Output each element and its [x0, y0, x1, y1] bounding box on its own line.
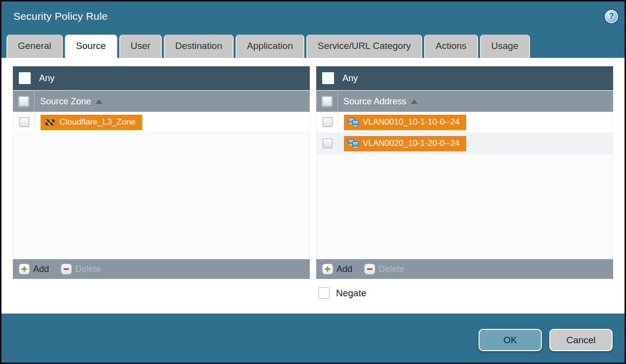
- add-source-zone-button[interactable]: Add: [19, 264, 49, 274]
- page-title: Security Policy Rule: [13, 10, 108, 22]
- source-address-column-header[interactable]: Source Address: [316, 90, 613, 112]
- source-zone-panel: Any Source Zone: [13, 66, 310, 279]
- source-zone-any-label: Any: [39, 73, 54, 84]
- source-zone-any-checkbox[interactable]: [19, 72, 31, 84]
- sort-asc-icon: [96, 99, 102, 104]
- negate-row: Negate: [318, 287, 613, 299]
- source-zone-panel-footer: Add Delete: [13, 259, 310, 279]
- source-address-panel: Any Source Address: [316, 66, 613, 279]
- tab-destination[interactable]: Destination: [164, 35, 234, 58]
- dialog-footer: OK Cancel: [1, 314, 625, 363]
- source-address-select-all-checkbox[interactable]: [322, 96, 332, 106]
- source-address-row-checkbox[interactable]: [323, 117, 333, 127]
- address-icon: [348, 118, 359, 127]
- source-zone-entry[interactable]: Cloudflare_L3_Zone: [41, 115, 142, 130]
- dialog-titlebar: Security Policy Rule ?: [1, 1, 625, 31]
- tab-application[interactable]: Application: [236, 35, 304, 58]
- minus-icon: [364, 264, 375, 274]
- source-zone-list: Cloudflare_L3_Zone: [13, 112, 310, 259]
- source-zone-column-label: Source Zone: [40, 96, 91, 107]
- source-address-panel-footer: Add Delete: [316, 259, 613, 279]
- source-zone-column-header[interactable]: Source Zone: [13, 90, 310, 112]
- tabbar: General Source User Destination Applicat…: [1, 31, 625, 58]
- source-address-entry[interactable]: VLAN0010_10-1-10-0--24: [344, 115, 466, 130]
- source-zone-row-checkbox[interactable]: [19, 117, 29, 127]
- help-icon[interactable]: ?: [605, 10, 618, 23]
- tab-user[interactable]: User: [119, 35, 162, 58]
- negate-checkbox[interactable]: [318, 287, 330, 299]
- delete-button-label: Delete: [379, 264, 404, 274]
- plus-icon: [19, 264, 30, 274]
- source-address-any-label: Any: [342, 73, 358, 84]
- sort-asc-icon: [411, 99, 418, 104]
- source-zone-select-all-checkbox[interactable]: [19, 96, 29, 106]
- negate-label: Negate: [336, 288, 366, 299]
- add-button-label: Add: [337, 264, 352, 274]
- cancel-button[interactable]: Cancel: [549, 329, 613, 351]
- tab-service-url-category[interactable]: Service/URL Category: [306, 35, 422, 58]
- table-row: VLAN0010_10-1-10-0--24: [317, 112, 613, 133]
- minus-icon: [61, 264, 72, 274]
- source-address-entry-label: VLAN0010_10-1-10-0--24: [363, 117, 460, 127]
- table-row: Cloudflare_L3_Zone: [13, 112, 309, 133]
- source-address-list: VLAN0010_10-1-10-0--24: [316, 112, 613, 259]
- source-zone-entry-label: Cloudflare_L3_Zone: [59, 117, 136, 127]
- tab-usage[interactable]: Usage: [480, 35, 530, 58]
- tab-actions[interactable]: Actions: [424, 35, 478, 58]
- source-address-any-row: Any: [316, 66, 613, 90]
- tab-general[interactable]: General: [6, 35, 63, 58]
- zone-icon: [45, 118, 55, 126]
- source-address-entry-label: VLAN0020_10-1-20-0--24: [363, 138, 460, 148]
- source-tab-body: Any Source Zone: [1, 58, 625, 314]
- source-address-entry[interactable]: VLAN0020_10-1-20-0--24: [344, 136, 466, 151]
- tab-source[interactable]: Source: [65, 35, 117, 58]
- source-zone-any-row: Any: [13, 66, 310, 90]
- delete-source-address-button[interactable]: Delete: [364, 264, 404, 274]
- delete-source-zone-button[interactable]: Delete: [61, 264, 101, 274]
- delete-button-label: Delete: [75, 264, 101, 274]
- ok-button[interactable]: OK: [479, 329, 542, 351]
- plus-icon: [322, 264, 333, 274]
- address-icon: [348, 139, 359, 148]
- add-button-label: Add: [33, 264, 49, 274]
- security-policy-rule-dialog: Security Policy Rule ? General Source Us…: [0, 0, 626, 364]
- table-row: VLAN0020_10-1-20-0--24: [317, 133, 613, 154]
- source-address-row-checkbox[interactable]: [323, 138, 333, 148]
- add-source-address-button[interactable]: Add: [322, 264, 352, 274]
- source-address-any-checkbox[interactable]: [322, 72, 334, 84]
- source-address-column-label: Source Address: [343, 96, 406, 107]
